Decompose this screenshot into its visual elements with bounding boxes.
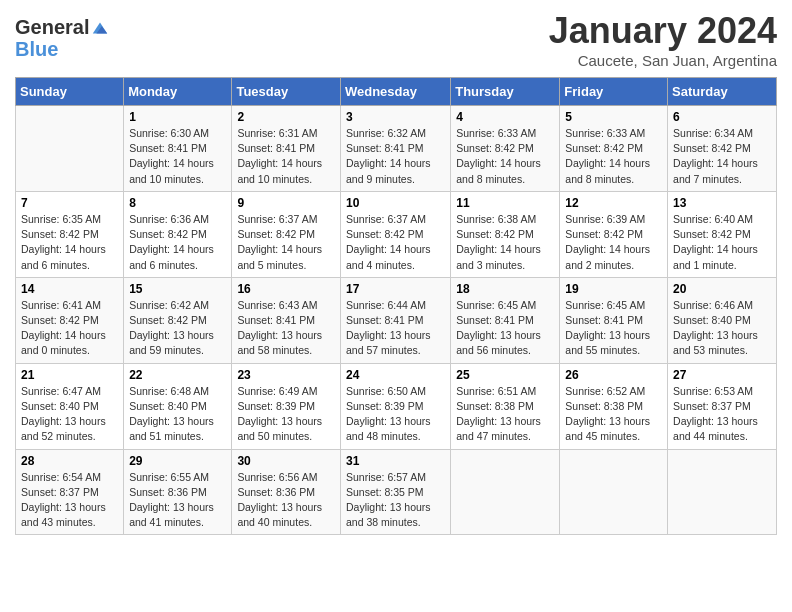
day-number: 16 xyxy=(237,282,335,296)
day-number: 5 xyxy=(565,110,662,124)
calendar-cell: 17 Sunrise: 6:44 AMSunset: 8:41 PMDaylig… xyxy=(340,277,450,363)
calendar-cell: 30 Sunrise: 6:56 AMSunset: 8:36 PMDaylig… xyxy=(232,449,341,535)
calendar-cell: 19 Sunrise: 6:45 AMSunset: 8:41 PMDaylig… xyxy=(560,277,668,363)
day-info: Sunrise: 6:32 AMSunset: 8:41 PMDaylight:… xyxy=(346,126,445,187)
header-row: Sunday Monday Tuesday Wednesday Thursday… xyxy=(16,78,777,106)
day-number: 8 xyxy=(129,196,226,210)
day-number: 18 xyxy=(456,282,554,296)
calendar-cell: 15 Sunrise: 6:42 AMSunset: 8:42 PMDaylig… xyxy=(124,277,232,363)
day-info: Sunrise: 6:53 AMSunset: 8:37 PMDaylight:… xyxy=(673,384,771,445)
day-number: 21 xyxy=(21,368,118,382)
calendar-cell: 21 Sunrise: 6:47 AMSunset: 8:40 PMDaylig… xyxy=(16,363,124,449)
col-monday: Monday xyxy=(124,78,232,106)
day-info: Sunrise: 6:42 AMSunset: 8:42 PMDaylight:… xyxy=(129,298,226,359)
day-number: 15 xyxy=(129,282,226,296)
day-info: Sunrise: 6:30 AMSunset: 8:41 PMDaylight:… xyxy=(129,126,226,187)
calendar-week-4: 21 Sunrise: 6:47 AMSunset: 8:40 PMDaylig… xyxy=(16,363,777,449)
logo-general: General xyxy=(15,16,89,38)
calendar-cell: 13 Sunrise: 6:40 AMSunset: 8:42 PMDaylig… xyxy=(668,191,777,277)
day-number: 13 xyxy=(673,196,771,210)
day-info: Sunrise: 6:50 AMSunset: 8:39 PMDaylight:… xyxy=(346,384,445,445)
day-number: 9 xyxy=(237,196,335,210)
calendar-cell xyxy=(16,106,124,192)
day-info: Sunrise: 6:37 AMSunset: 8:42 PMDaylight:… xyxy=(346,212,445,273)
calendar-week-3: 14 Sunrise: 6:41 AMSunset: 8:42 PMDaylig… xyxy=(16,277,777,363)
calendar-cell: 22 Sunrise: 6:48 AMSunset: 8:40 PMDaylig… xyxy=(124,363,232,449)
day-number: 17 xyxy=(346,282,445,296)
calendar-table: Sunday Monday Tuesday Wednesday Thursday… xyxy=(15,77,777,535)
calendar-week-5: 28 Sunrise: 6:54 AMSunset: 8:37 PMDaylig… xyxy=(16,449,777,535)
day-info: Sunrise: 6:41 AMSunset: 8:42 PMDaylight:… xyxy=(21,298,118,359)
col-sunday: Sunday xyxy=(16,78,124,106)
day-info: Sunrise: 6:46 AMSunset: 8:40 PMDaylight:… xyxy=(673,298,771,359)
col-friday: Friday xyxy=(560,78,668,106)
calendar-cell: 24 Sunrise: 6:50 AMSunset: 8:39 PMDaylig… xyxy=(340,363,450,449)
calendar-cell xyxy=(560,449,668,535)
calendar-cell: 26 Sunrise: 6:52 AMSunset: 8:38 PMDaylig… xyxy=(560,363,668,449)
day-info: Sunrise: 6:55 AMSunset: 8:36 PMDaylight:… xyxy=(129,470,226,531)
day-number: 3 xyxy=(346,110,445,124)
calendar-cell: 31 Sunrise: 6:57 AMSunset: 8:35 PMDaylig… xyxy=(340,449,450,535)
day-number: 20 xyxy=(673,282,771,296)
day-number: 30 xyxy=(237,454,335,468)
day-number: 11 xyxy=(456,196,554,210)
logo-blue: Blue xyxy=(15,38,109,60)
calendar-cell: 14 Sunrise: 6:41 AMSunset: 8:42 PMDaylig… xyxy=(16,277,124,363)
calendar-cell: 28 Sunrise: 6:54 AMSunset: 8:37 PMDaylig… xyxy=(16,449,124,535)
calendar-cell: 5 Sunrise: 6:33 AMSunset: 8:42 PMDayligh… xyxy=(560,106,668,192)
calendar-cell: 3 Sunrise: 6:32 AMSunset: 8:41 PMDayligh… xyxy=(340,106,450,192)
logo-icon xyxy=(91,19,109,37)
day-info: Sunrise: 6:34 AMSunset: 8:42 PMDaylight:… xyxy=(673,126,771,187)
day-info: Sunrise: 6:52 AMSunset: 8:38 PMDaylight:… xyxy=(565,384,662,445)
month-title: January 2024 xyxy=(549,10,777,52)
day-number: 6 xyxy=(673,110,771,124)
day-info: Sunrise: 6:56 AMSunset: 8:36 PMDaylight:… xyxy=(237,470,335,531)
calendar-cell: 12 Sunrise: 6:39 AMSunset: 8:42 PMDaylig… xyxy=(560,191,668,277)
calendar-cell: 4 Sunrise: 6:33 AMSunset: 8:42 PMDayligh… xyxy=(451,106,560,192)
calendar-cell xyxy=(668,449,777,535)
subtitle: Caucete, San Juan, Argentina xyxy=(549,52,777,69)
calendar-cell: 2 Sunrise: 6:31 AMSunset: 8:41 PMDayligh… xyxy=(232,106,341,192)
day-number: 10 xyxy=(346,196,445,210)
day-number: 24 xyxy=(346,368,445,382)
calendar-cell: 10 Sunrise: 6:37 AMSunset: 8:42 PMDaylig… xyxy=(340,191,450,277)
day-number: 4 xyxy=(456,110,554,124)
day-info: Sunrise: 6:51 AMSunset: 8:38 PMDaylight:… xyxy=(456,384,554,445)
day-info: Sunrise: 6:47 AMSunset: 8:40 PMDaylight:… xyxy=(21,384,118,445)
calendar-cell: 7 Sunrise: 6:35 AMSunset: 8:42 PMDayligh… xyxy=(16,191,124,277)
calendar-cell: 29 Sunrise: 6:55 AMSunset: 8:36 PMDaylig… xyxy=(124,449,232,535)
title-area: January 2024 Caucete, San Juan, Argentin… xyxy=(549,10,777,69)
day-info: Sunrise: 6:31 AMSunset: 8:41 PMDaylight:… xyxy=(237,126,335,187)
day-info: Sunrise: 6:43 AMSunset: 8:41 PMDaylight:… xyxy=(237,298,335,359)
calendar-week-2: 7 Sunrise: 6:35 AMSunset: 8:42 PMDayligh… xyxy=(16,191,777,277)
day-info: Sunrise: 6:57 AMSunset: 8:35 PMDaylight:… xyxy=(346,470,445,531)
day-number: 7 xyxy=(21,196,118,210)
day-info: Sunrise: 6:49 AMSunset: 8:39 PMDaylight:… xyxy=(237,384,335,445)
day-number: 23 xyxy=(237,368,335,382)
calendar-cell: 18 Sunrise: 6:45 AMSunset: 8:41 PMDaylig… xyxy=(451,277,560,363)
day-info: Sunrise: 6:37 AMSunset: 8:42 PMDaylight:… xyxy=(237,212,335,273)
day-number: 1 xyxy=(129,110,226,124)
col-wednesday: Wednesday xyxy=(340,78,450,106)
calendar-cell: 16 Sunrise: 6:43 AMSunset: 8:41 PMDaylig… xyxy=(232,277,341,363)
day-number: 19 xyxy=(565,282,662,296)
day-info: Sunrise: 6:40 AMSunset: 8:42 PMDaylight:… xyxy=(673,212,771,273)
calendar-cell: 9 Sunrise: 6:37 AMSunset: 8:42 PMDayligh… xyxy=(232,191,341,277)
col-tuesday: Tuesday xyxy=(232,78,341,106)
calendar-cell xyxy=(451,449,560,535)
day-number: 2 xyxy=(237,110,335,124)
day-info: Sunrise: 6:33 AMSunset: 8:42 PMDaylight:… xyxy=(565,126,662,187)
day-number: 26 xyxy=(565,368,662,382)
col-thursday: Thursday xyxy=(451,78,560,106)
day-number: 12 xyxy=(565,196,662,210)
calendar-cell: 1 Sunrise: 6:30 AMSunset: 8:41 PMDayligh… xyxy=(124,106,232,192)
day-info: Sunrise: 6:36 AMSunset: 8:42 PMDaylight:… xyxy=(129,212,226,273)
day-info: Sunrise: 6:39 AMSunset: 8:42 PMDaylight:… xyxy=(565,212,662,273)
day-info: Sunrise: 6:44 AMSunset: 8:41 PMDaylight:… xyxy=(346,298,445,359)
day-info: Sunrise: 6:45 AMSunset: 8:41 PMDaylight:… xyxy=(456,298,554,359)
day-info: Sunrise: 6:45 AMSunset: 8:41 PMDaylight:… xyxy=(565,298,662,359)
day-info: Sunrise: 6:38 AMSunset: 8:42 PMDaylight:… xyxy=(456,212,554,273)
day-number: 29 xyxy=(129,454,226,468)
col-saturday: Saturday xyxy=(668,78,777,106)
day-number: 31 xyxy=(346,454,445,468)
